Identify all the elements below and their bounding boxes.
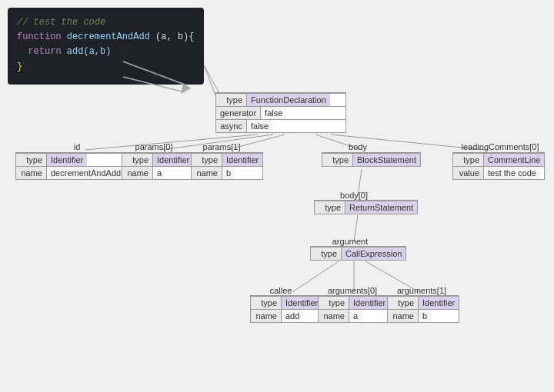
- generator-value: false: [261, 107, 286, 119]
- type-value: Identifier: [222, 154, 262, 166]
- type-label: type: [453, 154, 484, 166]
- type-label: type: [122, 154, 153, 166]
- callee-label: callee: [254, 286, 308, 295]
- type-value: CommentLine: [484, 154, 544, 166]
- async-label: async: [216, 120, 247, 132]
- args0-node: type Identifier name a: [318, 295, 390, 323]
- params0-node: type Identifier name a: [122, 152, 194, 180]
- callee-node: type Identifier name add: [250, 295, 322, 323]
- type-label: type: [311, 247, 342, 260]
- args0-label: arguments[0]: [322, 286, 383, 295]
- name-value: decrementAndAdd: [47, 167, 125, 179]
- async-value: false: [247, 120, 272, 132]
- name-label: name: [388, 310, 419, 322]
- type-value: CallExpression: [342, 247, 405, 260]
- type-value: BlockStatement: [353, 154, 420, 166]
- name-label: name: [319, 310, 349, 322]
- type-value: FunctionDeclaration: [247, 94, 330, 106]
- type-value: Identifier: [419, 297, 459, 309]
- name-label: name: [251, 310, 282, 322]
- type-label: type: [251, 297, 282, 309]
- return-value: add(a,b): [67, 46, 112, 57]
- root-node: type FunctionDeclaration generator false…: [215, 92, 346, 133]
- name-value: a: [153, 167, 165, 179]
- value-label: value: [453, 167, 484, 179]
- type-label: type: [315, 201, 345, 214]
- body-label: body: [323, 142, 392, 151]
- name-label: name: [16, 167, 47, 179]
- function-name: decrementAndAdd: [67, 32, 150, 42]
- name-value: b: [222, 167, 235, 179]
- body0-label: body[0]: [319, 191, 389, 200]
- function-keyword: function: [17, 32, 62, 42]
- params1-node: type Identifier name b: [191, 152, 263, 180]
- code-editor: // test the code function decrementAndAd…: [8, 8, 204, 85]
- function-params: (a, b){: [155, 32, 194, 42]
- name-value: add: [282, 310, 303, 322]
- leading-label: leadingComments[0]: [454, 142, 546, 151]
- leading-node: type CommentLine value test the code: [452, 152, 545, 180]
- type-value: Identifier: [153, 154, 193, 166]
- return-keyword: return: [28, 46, 61, 57]
- id-node: type Identifier name decrementAndAdd: [15, 152, 125, 180]
- argument-node: type CallExpression: [310, 246, 406, 261]
- type-label: type: [388, 297, 419, 309]
- generator-label: generator: [216, 107, 261, 119]
- type-label: type: [192, 154, 222, 166]
- args1-node: type Identifier name b: [387, 295, 459, 323]
- params0-label: params[0]: [123, 142, 185, 151]
- type-value: Identifier: [282, 297, 322, 309]
- name-label: name: [122, 167, 153, 179]
- type-label: type: [16, 154, 47, 166]
- body-node: type BlockStatement: [322, 152, 421, 167]
- type-value: ReturnStatement: [345, 201, 417, 214]
- type-label: type: [216, 94, 247, 106]
- args1-label: arguments[1]: [391, 286, 452, 295]
- closing-brace: }: [17, 61, 22, 72]
- type-label: type: [322, 154, 353, 166]
- type-value: Identifier: [349, 297, 389, 309]
- type-value: Identifier: [47, 154, 87, 166]
- id-label: id: [42, 142, 112, 151]
- name-label: name: [192, 167, 222, 179]
- type-label: type: [319, 297, 349, 309]
- name-value: a: [349, 310, 362, 322]
- svg-marker-15: [181, 83, 191, 94]
- argument-label: argument: [315, 237, 385, 246]
- name-value: b: [419, 310, 431, 322]
- comment-line: // test the code: [17, 17, 105, 28]
- params1-label: params[1]: [191, 142, 252, 151]
- body0-node: type ReturnStatement: [314, 200, 418, 214]
- value-value: test the code: [484, 167, 540, 179]
